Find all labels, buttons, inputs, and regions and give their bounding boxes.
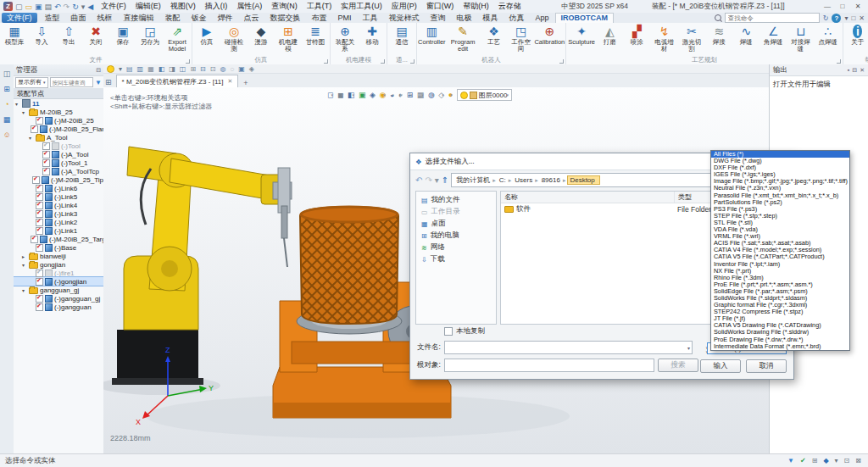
forward-icon[interactable]: ↷ (425, 175, 431, 185)
tree-item-16[interactable]: (-)M-20iB_25_Target (14, 235, 103, 243)
chevron-down-icon[interactable]: ▾ (353, 92, 355, 97)
chevron-down-icon[interactable]: ▾ (442, 92, 444, 97)
tree-item-20[interactable]: (-)fire1 (14, 269, 103, 277)
filetype-option-8[interactable]: PS3 File (*.ps3) (711, 206, 849, 213)
tree-item-18[interactable]: ▸bianweiji (14, 252, 103, 260)
tree-item-19[interactable]: ▾gongjian (14, 260, 103, 269)
snap-icon[interactable]: ⊞ (812, 457, 818, 464)
filetype-option-12[interactable]: VRML File (*.wrl) (711, 233, 849, 240)
display-set-icon[interactable]: ▦▾ (417, 91, 424, 99)
filetype-option-28[interactable]: Intermediate Data Format (*.emn;*.brd) (711, 343, 849, 350)
manager-tab-icon[interactable]: ◫ (3, 69, 11, 78)
ribbon-tab-0[interactable]: 文件(F) (2, 13, 37, 23)
filetype-option-27[interactable]: ProE Drawing File (*.drw;*.drw.*) (711, 336, 849, 343)
ribbon-button-communication[interactable]: ▤通信 (388, 24, 415, 56)
chevron-down-icon[interactable]: ▾ (331, 92, 333, 97)
tree-item-17[interactable]: (-)Base (14, 243, 103, 252)
filetype-option-11[interactable]: VDA File (*.vda) (711, 226, 849, 233)
ribbon-button-export[interactable]: ⇧导出 (55, 24, 82, 56)
view-orient-icon[interactable]: ◉▾ (380, 91, 386, 99)
tree-item-11[interactable]: (-)Link5 (14, 192, 103, 201)
visibility-checkbox[interactable] (42, 159, 50, 167)
ribbon-button-mechatronics[interactable]: ⊞机电建模 (275, 24, 302, 56)
ribbon-button-spray[interactable]: ▞喷涂 (623, 24, 650, 56)
ribbon-tab-11[interactable]: PMI (333, 13, 357, 23)
tree-item-5[interactable]: (-)Tool (14, 142, 103, 150)
ribbon-button-save-as[interactable]: ◲另存为 (136, 24, 164, 56)
tree-item-15[interactable]: (-)Link1 (14, 226, 103, 235)
filetype-option-15[interactable]: CATIA V5 File (*.CATPart;*.CATProduct) (711, 253, 849, 260)
tree-item-0[interactable]: ▾11 (14, 99, 103, 108)
da-icon-4[interactable]: ◧ (159, 65, 165, 73)
breadcrumb-item-3[interactable]: 89616 (540, 176, 568, 184)
open-file-icon[interactable]: ▭ (25, 3, 33, 11)
ribbon-button-close-file[interactable]: ✖关闭 (82, 24, 109, 56)
background-icon[interactable]: ◇▾ (438, 91, 443, 99)
breadcrumb-item-0[interactable]: 我的计算机 (454, 175, 498, 185)
close-icon[interactable]: ✕ (851, 3, 865, 10)
ribbon-button-workspace[interactable]: ◳工作空间 (508, 24, 535, 56)
tree-item-6[interactable]: (-)A_Tool (14, 150, 103, 158)
dialog-launcher-icon[interactable] (381, 59, 385, 64)
chevron-down-icon[interactable]: ▾ (400, 92, 403, 97)
caret-open-icon[interactable]: ▾ (22, 109, 27, 115)
ribbon-tab-2[interactable]: 曲面 (66, 13, 92, 23)
filename-input[interactable] (444, 341, 693, 354)
menu-item-9[interactable]: 窗口(W) (422, 0, 459, 13)
da-icon-6[interactable]: ◫ (180, 65, 186, 73)
assembly-tree-icon[interactable]: ⊞ (3, 85, 10, 93)
ribbon-tab-7[interactable]: 焊件 (213, 13, 238, 23)
auto-hide-icon[interactable]: ▪ (848, 67, 849, 74)
place-my-documents[interactable]: ▤我的文件 (416, 194, 496, 206)
tree-item-3[interactable]: (-)M-20iB_25_Flange (14, 125, 103, 133)
visibility-checkbox[interactable] (31, 236, 38, 243)
ribbon-button-weld[interactable]: ≋焊接 (705, 24, 732, 56)
tree-item-24[interactable]: (-)gangguan (14, 303, 103, 311)
filetype-option-18[interactable]: Rhino File (*.3dm) (711, 275, 849, 281)
caret-open-icon[interactable]: ▾ (22, 262, 27, 268)
close-tab-icon[interactable]: ✕ (227, 78, 232, 85)
ribbon-tab-8[interactable]: 点云 (239, 13, 264, 23)
tree-item-14[interactable]: (-)Link2 (14, 218, 103, 226)
da-icon-2[interactable]: ▥ (137, 65, 144, 73)
menu-item-7[interactable]: 实用工具(U) (337, 0, 387, 13)
redo-icon[interactable]: ↷ (64, 3, 70, 11)
ribbon-button-program-edit[interactable]: ✎Program edit (446, 24, 481, 56)
new-tab-button[interactable]: + (241, 79, 250, 87)
filetype-option-21[interactable]: SolidWorks File (*.sldprt;*.sldasm) (711, 295, 849, 302)
ribbon-tab-14[interactable]: 查询 (426, 13, 451, 23)
ribbon-tab-16[interactable]: 模具 (478, 13, 504, 23)
filetype-option-23[interactable]: STEP242 Compress File (*.stpz) (711, 309, 849, 315)
light-icon[interactable]: ●▾ (448, 91, 453, 99)
dock-panel-icon[interactable]: ⊟ (96, 67, 101, 74)
menu-item-5[interactable]: 查询(N) (267, 0, 302, 13)
ribbon-button-process[interactable]: ❖工艺 (481, 24, 508, 56)
ribbon-button-import[interactable]: ⇩导入 (28, 24, 55, 56)
tree-item-10[interactable]: (-)Link6 (14, 184, 103, 192)
menu-item-1[interactable]: 编辑(E) (131, 0, 165, 13)
entity-filter-icon[interactable]: ◆ (823, 457, 828, 464)
place-network[interactable]: ≋网络 (416, 242, 496, 253)
menu-item-11[interactable]: 云存储 (494, 0, 526, 13)
tree-item-9[interactable]: (-)M-20iB_25_Tip (14, 175, 103, 184)
dock-icon[interactable]: ⊟ (852, 67, 857, 74)
filetype-option-4[interactable]: Image File (*.bmp;*.gif;*.jpg;*.jpeg;*.p… (711, 178, 849, 185)
help-icon[interactable]: ? (832, 14, 841, 23)
history-caret-icon[interactable]: ▾ (435, 175, 439, 185)
document-tab-0[interactable]: * M_20iB变位机钢管程序.Z3 - [11]✕ (116, 75, 239, 87)
view-manager-icon[interactable]: ▦ (3, 115, 11, 124)
dock-right-icon[interactable]: ⊠ (855, 457, 861, 464)
ribbon-tab-19[interactable]: IROBOTCAM (555, 13, 615, 24)
visibility-checkbox[interactable] (32, 176, 40, 184)
ribbon-tab-9[interactable]: 数据交换 (265, 13, 306, 23)
chevron-down-icon[interactable]: ▾ (392, 92, 394, 97)
place-work-dir[interactable]: ▭工作目录 (416, 206, 496, 218)
wireframe-mode-icon[interactable]: ◼▾ (337, 91, 343, 99)
chevron-down-icon[interactable]: ▾ (364, 92, 366, 97)
visibility-checkbox[interactable] (36, 117, 43, 125)
ribbon-tab-1[interactable]: 造型 (40, 13, 65, 23)
filetype-option-19[interactable]: ProE File (*.prt;*.prt.*;*.asm;*.asm.*) (711, 281, 849, 288)
filetype-option-14[interactable]: CATIA V4 File (*.model;*.exp;*.session) (711, 247, 849, 253)
filetype-option-16[interactable]: Inventor File (*.ipt;*.iam) (711, 261, 849, 268)
visibility-checkbox[interactable] (36, 219, 43, 226)
